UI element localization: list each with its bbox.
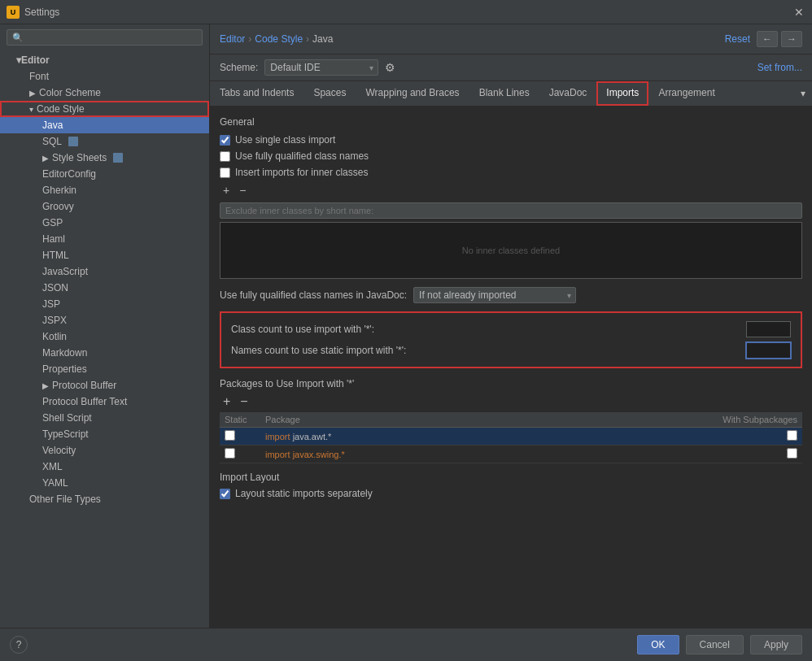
gsp-label: GSP (42, 217, 63, 228)
sidebar-item-font[interactable]: Font (0, 68, 209, 85)
sidebar-item-json[interactable]: JSON (0, 280, 209, 296)
tab-blank-lines[interactable]: Blank Lines (469, 81, 539, 106)
reset-button[interactable]: Reset (722, 32, 753, 46)
sidebar-item-haml[interactable]: Haml (0, 231, 209, 247)
breadcrumb: Editor › Code Style › Java (220, 33, 333, 45)
tab-spaces[interactable]: Spaces (303, 81, 356, 106)
sidebar-item-protocol-buffer[interactable]: ▶ Protocol Buffer (0, 377, 209, 394)
right-panel: Editor › Code Style › Java Reset ← → Sch… (210, 24, 812, 628)
class-count-input[interactable]: 500 (746, 321, 791, 337)
row1-import-keyword: import (265, 432, 290, 441)
sidebar-item-groovy[interactable]: Groovy (0, 198, 209, 215)
sidebar-item-velocity[interactable]: Velocity (0, 442, 209, 459)
names-count-row: Names count to use static import with '*… (231, 342, 791, 359)
class-count-label: Class count to use import with '*': (231, 324, 740, 335)
javascript-label: JavaScript (42, 266, 88, 277)
sidebar-item-xml[interactable]: XML (0, 459, 209, 475)
sidebar-item-color-scheme[interactable]: ▶ Color Scheme (0, 85, 209, 101)
remove-package-button[interactable]: − (237, 394, 251, 409)
search-box (0, 24, 209, 50)
sidebar-item-sql[interactable]: SQL (0, 133, 209, 150)
use-fully-qualified-checkbox[interactable] (220, 151, 230, 162)
sidebar-item-editor-config[interactable]: EditorConfig (0, 166, 209, 182)
protocol-buffer-text-label: Protocol Buffer Text (42, 396, 127, 407)
tab-wrapping-and-braces[interactable]: Wrapping and Braces (356, 81, 469, 106)
sidebar-item-jsp[interactable]: JSP (0, 296, 209, 312)
close-button[interactable]: ✕ (792, 6, 805, 19)
use-single-class-import-checkbox[interactable] (220, 135, 230, 146)
panel-header: Editor › Code Style › Java Reset ← → (210, 24, 812, 54)
sidebar-item-editor[interactable]: ▾ Editor (0, 52, 209, 68)
tab-javadoc[interactable]: JavaDoc (539, 81, 597, 106)
sidebar-item-markdown[interactable]: Markdown (0, 345, 209, 361)
sidebar-item-yaml[interactable]: YAML (0, 475, 209, 491)
sidebar-item-shell-script[interactable]: Shell Script (0, 410, 209, 426)
sidebar-item-protocol-buffer-text[interactable]: Protocol Buffer Text (0, 394, 209, 410)
exclude-input[interactable] (220, 202, 802, 219)
sidebar-item-code-style[interactable]: ▾ Code Style (0, 101, 209, 117)
window-title: Settings (24, 7, 59, 18)
names-count-input[interactable]: 500 (746, 342, 791, 359)
tab-arrangement[interactable]: Arrangement (648, 81, 724, 106)
bottom-actions: OK Cancel Apply (637, 635, 802, 654)
set-from-link[interactable]: Set from... (757, 62, 802, 73)
sidebar: ▾ Editor Font ▶ Color Scheme ▾ Code Styl… (0, 24, 210, 628)
help-button[interactable]: ? (10, 636, 28, 654)
layout-static-imports-checkbox[interactable] (220, 489, 230, 499)
tabs-more-button[interactable]: ▾ (794, 83, 812, 104)
no-inner-classes-text: No inner classes defined (462, 246, 560, 255)
row2-static (220, 446, 260, 463)
other-file-types-label: Other File Types (29, 494, 101, 505)
breadcrumb-code-style[interactable]: Code Style (255, 33, 303, 45)
row2-static-checkbox[interactable] (225, 448, 235, 459)
breadcrumb-sep2: › (306, 33, 309, 45)
sidebar-item-other-file-types[interactable]: Other File Types (0, 491, 209, 507)
row1-static-checkbox[interactable] (225, 430, 235, 441)
table-row[interactable]: import java.awt.* (220, 428, 802, 446)
sidebar-item-gsp[interactable]: GSP (0, 215, 209, 231)
tab-tabs-and-indents[interactable]: Tabs and Indents (210, 81, 303, 106)
sidebar-item-kotlin[interactable]: Kotlin (0, 328, 209, 345)
add-package-button[interactable]: + (220, 394, 234, 409)
font-label: Font (29, 71, 49, 82)
qualified-select-wrapper: If not already imported Always Never (413, 287, 576, 303)
add-exclude-button[interactable]: + (220, 183, 233, 198)
sidebar-item-gherkin[interactable]: Gherkin (0, 182, 209, 198)
row2-subpackages-checkbox[interactable] (787, 448, 797, 459)
bottom-bar: ? OK Cancel Apply (0, 628, 812, 661)
breadcrumb-sep1: › (248, 33, 251, 45)
general-section-title: General (220, 116, 802, 128)
remove-exclude-button[interactable]: − (236, 183, 249, 198)
style-sheets-label: Style Sheets (52, 152, 107, 163)
header-buttons: Reset ← → (722, 31, 802, 47)
sidebar-item-typescript[interactable]: TypeScript (0, 426, 209, 442)
insert-imports-for-inner-checkbox[interactable] (220, 167, 230, 178)
row2-package: import javax.swing.* (260, 446, 539, 463)
row1-static (220, 428, 260, 446)
apply-button[interactable]: Apply (750, 635, 802, 654)
nav-back-button[interactable]: ← (757, 31, 778, 47)
scheme-select[interactable]: Default IDE (264, 59, 378, 76)
code-style-label: Code Style (37, 103, 85, 115)
sidebar-item-jspx[interactable]: JSPX (0, 312, 209, 328)
sidebar-item-java[interactable]: Java (0, 117, 209, 133)
sidebar-item-html[interactable]: HTML (0, 247, 209, 263)
nav-forward-button[interactable]: → (781, 31, 802, 47)
main-content: ▾ Editor Font ▶ Color Scheme ▾ Code Styl… (0, 24, 812, 628)
app-icon: U (7, 6, 20, 19)
sidebar-item-style-sheets[interactable]: ▶ Style Sheets (0, 150, 209, 166)
cancel-button[interactable]: Cancel (686, 635, 744, 654)
scheme-select-wrapper: Default IDE (264, 59, 378, 76)
table-row[interactable]: import javax.swing.* (220, 446, 802, 463)
row1-subpackages-checkbox[interactable] (787, 430, 797, 441)
sidebar-item-properties[interactable]: Properties (0, 361, 209, 377)
tab-imports[interactable]: Imports (596, 81, 648, 106)
qualified-select[interactable]: If not already imported Always Never (413, 287, 576, 303)
ok-button[interactable]: OK (637, 635, 679, 654)
scheme-gear-button[interactable]: ⚙ (385, 61, 395, 74)
shell-script-label: Shell Script (42, 412, 92, 424)
breadcrumb-editor[interactable]: Editor (220, 33, 245, 45)
search-input[interactable] (7, 29, 203, 46)
sidebar-item-javascript[interactable]: JavaScript (0, 263, 209, 280)
html-label: HTML (42, 250, 69, 261)
